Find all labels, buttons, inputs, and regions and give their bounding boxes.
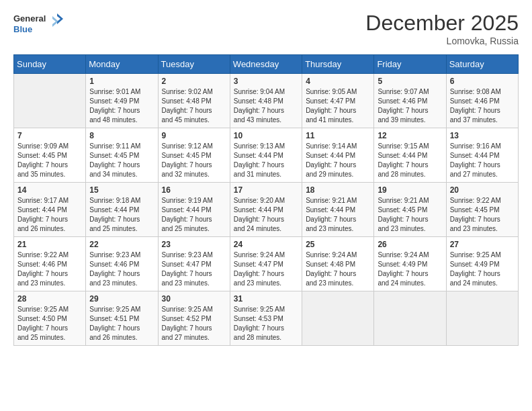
day-number: 6 bbox=[450, 77, 515, 86]
table-row: 11Sunrise: 9:14 AM Sunset: 4:44 PM Dayli… bbox=[302, 128, 374, 183]
table-row: 1Sunrise: 9:01 AM Sunset: 4:49 PM Daylig… bbox=[86, 74, 158, 128]
day-info: Sunrise: 9:12 AM Sunset: 4:45 PM Dayligh… bbox=[162, 142, 226, 179]
table-row bbox=[14, 74, 86, 128]
day-number: 15 bbox=[89, 185, 154, 195]
day-info: Sunrise: 9:18 AM Sunset: 4:44 PM Dayligh… bbox=[89, 196, 154, 234]
day-number: 19 bbox=[378, 185, 442, 195]
header-saturday: Saturday bbox=[446, 55, 518, 74]
day-info: Sunrise: 9:25 AM Sunset: 4:50 PM Dayligh… bbox=[17, 305, 82, 342]
table-row: 2Sunrise: 9:02 AM Sunset: 4:48 PM Daylig… bbox=[158, 74, 230, 128]
day-info: Sunrise: 9:23 AM Sunset: 4:46 PM Dayligh… bbox=[89, 250, 154, 288]
table-row: 23Sunrise: 9:23 AM Sunset: 4:47 PM Dayli… bbox=[158, 237, 230, 291]
day-number: 17 bbox=[234, 185, 298, 195]
header-thursday: Thursday bbox=[302, 55, 374, 74]
table-row: 26Sunrise: 9:24 AM Sunset: 4:49 PM Dayli… bbox=[374, 237, 446, 291]
table-row: 10Sunrise: 9:13 AM Sunset: 4:44 PM Dayli… bbox=[230, 128, 302, 183]
table-row: 5Sunrise: 9:07 AM Sunset: 4:46 PM Daylig… bbox=[374, 74, 446, 128]
week-row-3: 14Sunrise: 9:17 AM Sunset: 4:44 PM Dayli… bbox=[14, 183, 519, 237]
header: General Blue December 2025 Lomovka, Russ… bbox=[13, 11, 519, 46]
day-info: Sunrise: 9:17 AM Sunset: 4:44 PM Dayligh… bbox=[17, 196, 82, 234]
day-number: 21 bbox=[17, 240, 82, 249]
day-info: Sunrise: 9:02 AM Sunset: 4:48 PM Dayligh… bbox=[162, 87, 226, 125]
day-info: Sunrise: 9:13 AM Sunset: 4:44 PM Dayligh… bbox=[234, 142, 298, 179]
day-number: 22 bbox=[89, 240, 154, 249]
day-number: 13 bbox=[450, 131, 515, 140]
header-tuesday: Tuesday bbox=[158, 55, 230, 74]
day-info: Sunrise: 9:15 AM Sunset: 4:44 PM Dayligh… bbox=[378, 142, 442, 179]
table-row: 7Sunrise: 9:09 AM Sunset: 4:45 PM Daylig… bbox=[14, 128, 86, 183]
week-row-1: 1Sunrise: 9:01 AM Sunset: 4:49 PM Daylig… bbox=[14, 74, 519, 128]
table-row bbox=[374, 291, 446, 346]
day-number: 30 bbox=[162, 294, 226, 304]
table-row bbox=[302, 291, 374, 346]
day-info: Sunrise: 9:25 AM Sunset: 4:49 PM Dayligh… bbox=[450, 250, 515, 288]
table-row: 24Sunrise: 9:24 AM Sunset: 4:47 PM Dayli… bbox=[230, 237, 302, 291]
svg-text:General: General bbox=[13, 13, 46, 24]
logo: General Blue bbox=[13, 11, 67, 38]
day-info: Sunrise: 9:21 AM Sunset: 4:44 PM Dayligh… bbox=[306, 196, 370, 234]
day-info: Sunrise: 9:16 AM Sunset: 4:44 PM Dayligh… bbox=[450, 142, 515, 179]
table-row: 12Sunrise: 9:15 AM Sunset: 4:44 PM Dayli… bbox=[374, 128, 446, 183]
day-number: 18 bbox=[306, 185, 370, 195]
table-row: 31Sunrise: 9:25 AM Sunset: 4:53 PM Dayli… bbox=[230, 291, 302, 346]
day-info: Sunrise: 9:20 AM Sunset: 4:44 PM Dayligh… bbox=[234, 196, 298, 234]
day-info: Sunrise: 9:24 AM Sunset: 4:47 PM Dayligh… bbox=[234, 250, 298, 288]
page: General Blue December 2025 Lomovka, Russ… bbox=[0, 0, 532, 411]
day-info: Sunrise: 9:25 AM Sunset: 4:53 PM Dayligh… bbox=[234, 305, 298, 342]
table-row: 19Sunrise: 9:21 AM Sunset: 4:45 PM Dayli… bbox=[374, 183, 446, 237]
day-info: Sunrise: 9:24 AM Sunset: 4:49 PM Dayligh… bbox=[378, 250, 442, 288]
svg-marker-3 bbox=[52, 16, 58, 27]
table-row: 15Sunrise: 9:18 AM Sunset: 4:44 PM Dayli… bbox=[86, 183, 158, 237]
day-number: 14 bbox=[17, 185, 82, 195]
day-number: 11 bbox=[306, 131, 370, 140]
day-number: 28 bbox=[17, 294, 82, 304]
table-row: 27Sunrise: 9:25 AM Sunset: 4:49 PM Dayli… bbox=[446, 237, 518, 291]
week-row-2: 7Sunrise: 9:09 AM Sunset: 4:45 PM Daylig… bbox=[14, 128, 519, 183]
day-number: 24 bbox=[234, 240, 298, 249]
day-info: Sunrise: 9:08 AM Sunset: 4:46 PM Dayligh… bbox=[450, 87, 515, 125]
day-info: Sunrise: 9:22 AM Sunset: 4:46 PM Dayligh… bbox=[17, 250, 82, 288]
table-row: 6Sunrise: 9:08 AM Sunset: 4:46 PM Daylig… bbox=[446, 74, 518, 128]
day-number: 9 bbox=[162, 131, 226, 140]
header-monday: Monday bbox=[86, 55, 158, 74]
day-info: Sunrise: 9:19 AM Sunset: 4:44 PM Dayligh… bbox=[162, 196, 226, 234]
day-number: 8 bbox=[89, 131, 154, 140]
table-row: 14Sunrise: 9:17 AM Sunset: 4:44 PM Dayli… bbox=[14, 183, 86, 237]
calendar-table: Sunday Monday Tuesday Wednesday Thursday… bbox=[13, 54, 519, 346]
day-info: Sunrise: 9:25 AM Sunset: 4:52 PM Dayligh… bbox=[162, 305, 226, 342]
day-number: 10 bbox=[234, 131, 298, 140]
day-info: Sunrise: 9:04 AM Sunset: 4:48 PM Dayligh… bbox=[234, 87, 298, 125]
day-number: 3 bbox=[234, 77, 298, 86]
day-number: 4 bbox=[306, 77, 370, 86]
day-info: Sunrise: 9:05 AM Sunset: 4:47 PM Dayligh… bbox=[306, 87, 370, 125]
location: Lomovka, Russia bbox=[365, 36, 519, 46]
day-info: Sunrise: 9:07 AM Sunset: 4:46 PM Dayligh… bbox=[378, 87, 442, 125]
table-row: 21Sunrise: 9:22 AM Sunset: 4:46 PM Dayli… bbox=[14, 237, 86, 291]
day-number: 12 bbox=[378, 131, 442, 140]
table-row: 22Sunrise: 9:23 AM Sunset: 4:46 PM Dayli… bbox=[86, 237, 158, 291]
table-row: 29Sunrise: 9:25 AM Sunset: 4:51 PM Dayli… bbox=[86, 291, 158, 346]
table-row: 8Sunrise: 9:11 AM Sunset: 4:45 PM Daylig… bbox=[86, 128, 158, 183]
day-number: 20 bbox=[450, 185, 515, 195]
week-row-4: 21Sunrise: 9:22 AM Sunset: 4:46 PM Dayli… bbox=[14, 237, 519, 291]
svg-text:Blue: Blue bbox=[13, 24, 32, 34]
day-info: Sunrise: 9:23 AM Sunset: 4:47 PM Dayligh… bbox=[162, 250, 226, 288]
day-number: 23 bbox=[162, 240, 226, 249]
day-info: Sunrise: 9:11 AM Sunset: 4:45 PM Dayligh… bbox=[89, 142, 154, 179]
day-info: Sunrise: 9:01 AM Sunset: 4:49 PM Dayligh… bbox=[89, 87, 154, 125]
day-number: 29 bbox=[89, 294, 154, 304]
table-row: 3Sunrise: 9:04 AM Sunset: 4:48 PM Daylig… bbox=[230, 74, 302, 128]
table-row: 20Sunrise: 9:22 AM Sunset: 4:45 PM Dayli… bbox=[446, 183, 518, 237]
day-number: 26 bbox=[378, 240, 442, 249]
day-number: 2 bbox=[162, 77, 226, 86]
table-row bbox=[446, 291, 518, 346]
table-row: 30Sunrise: 9:25 AM Sunset: 4:52 PM Dayli… bbox=[158, 291, 230, 346]
table-row: 9Sunrise: 9:12 AM Sunset: 4:45 PM Daylig… bbox=[158, 128, 230, 183]
table-row: 16Sunrise: 9:19 AM Sunset: 4:44 PM Dayli… bbox=[158, 183, 230, 237]
table-row: 28Sunrise: 9:25 AM Sunset: 4:50 PM Dayli… bbox=[14, 291, 86, 346]
day-number: 31 bbox=[234, 294, 298, 304]
svg-marker-2 bbox=[57, 13, 63, 24]
table-row: 25Sunrise: 9:24 AM Sunset: 4:48 PM Dayli… bbox=[302, 237, 374, 291]
title-block: December 2025 Lomovka, Russia bbox=[365, 11, 519, 46]
day-number: 16 bbox=[162, 185, 226, 195]
